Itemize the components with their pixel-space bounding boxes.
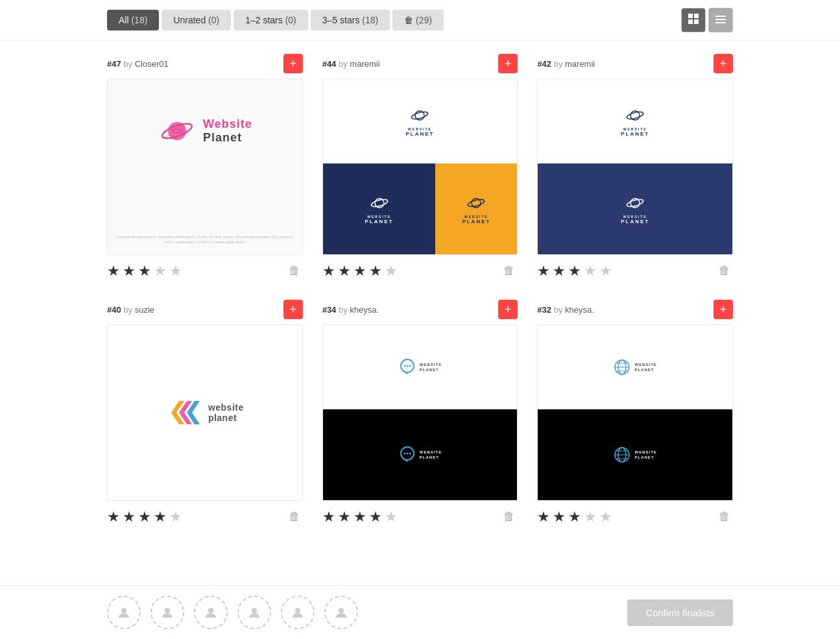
card-rating: ★ ★ ★ ★ ★ 🗑: [322, 261, 518, 280]
card-rating: ★ ★ ★ ★ ★ 🗑: [107, 507, 303, 526]
card-header: #44 by maremii +: [322, 54, 518, 73]
star-rating[interactable]: ★ ★ ★ ★ ★: [537, 509, 612, 525]
star-rating[interactable]: ★ ★ ★ ★ ★: [322, 263, 398, 280]
finalist-slot-4[interactable]: [237, 596, 271, 629]
view-controls: [681, 8, 733, 32]
star-5[interactable]: ★: [385, 263, 398, 280]
star-1[interactable]: ★: [107, 509, 120, 525]
star-3[interactable]: ★: [354, 509, 366, 525]
svg-point-30: [403, 453, 405, 455]
star-3[interactable]: ★: [568, 263, 581, 280]
star-rating[interactable]: ★ ★ ★ ★ ★: [537, 263, 612, 280]
star-4[interactable]: ★: [154, 509, 167, 525]
design-card: #34 by kheysa. +: [322, 300, 518, 526]
design-image-32: WEBSITE PLANET: [537, 324, 733, 501]
delete-button[interactable]: 🗑: [286, 507, 303, 526]
finalist-slot-5[interactable]: [281, 596, 315, 629]
finalist-slot-3[interactable]: [194, 596, 228, 629]
trash-icon: 🗑: [719, 264, 730, 277]
star-rating[interactable]: ★ ★ ★ ★ ★: [107, 509, 182, 525]
planet-svg-44-orange: [466, 193, 486, 213]
delete-button[interactable]: 🗑: [286, 261, 303, 280]
star-3[interactable]: ★: [354, 263, 366, 280]
star-4[interactable]: ★: [369, 509, 382, 525]
design-card: #32 by kheysa. +: [537, 300, 733, 526]
planet-svg-47: [158, 112, 197, 151]
user-icon: [203, 605, 219, 620]
planet-svg-42-dark: [625, 193, 645, 213]
star-5[interactable]: ★: [169, 509, 182, 525]
svg-rect-1: [694, 14, 699, 18]
star-1[interactable]: ★: [107, 263, 120, 280]
finalist-slot-2[interactable]: [150, 596, 184, 629]
card-meta: #32 by kheysa.: [537, 305, 594, 315]
bubble-svg-34-dark: [398, 446, 416, 464]
add-to-shortlist-button[interactable]: +: [498, 300, 518, 319]
star-5[interactable]: ★: [169, 263, 182, 280]
star-1[interactable]: ★: [537, 263, 550, 280]
grid-view-button[interactable]: [681, 8, 706, 32]
star-3[interactable]: ★: [568, 509, 581, 525]
svg-point-21: [626, 198, 643, 208]
svg-point-32: [409, 453, 411, 455]
design-image-34: WEBSITE PLANET: [322, 324, 518, 501]
star-5[interactable]: ★: [385, 509, 398, 525]
card-header: #34 by kheysa. +: [322, 300, 518, 319]
design-card: #44 by maremii +: [322, 54, 518, 280]
add-to-shortlist-button[interactable]: +: [283, 300, 303, 319]
card-meta: #42 by maremii: [537, 59, 595, 69]
content-area: #47 by Closer01 +: [0, 41, 840, 585]
svg-point-31: [406, 453, 408, 455]
delete-button[interactable]: 🗑: [716, 507, 733, 526]
finalist-slot-6[interactable]: [324, 596, 358, 629]
delete-button[interactable]: 🗑: [501, 261, 518, 280]
star-2[interactable]: ★: [338, 509, 351, 525]
svg-rect-6: [715, 22, 726, 23]
add-to-shortlist-button[interactable]: +: [498, 54, 518, 73]
svg-point-47: [295, 608, 300, 613]
finalist-slot-1[interactable]: [107, 596, 141, 629]
add-to-shortlist-button[interactable]: +: [714, 300, 733, 319]
star-1[interactable]: ★: [537, 509, 550, 525]
star-rating[interactable]: ★ ★ ★ ★ ★: [107, 263, 182, 280]
star-2[interactable]: ★: [553, 509, 566, 525]
user-icon: [116, 605, 132, 620]
confirm-finalists-button[interactable]: Confirm finalists: [627, 599, 733, 626]
add-to-shortlist-button[interactable]: +: [714, 54, 733, 73]
star-4[interactable]: ★: [584, 263, 597, 280]
filter-tabs: All (18) Unrated (0) 1–2 stars (0) 3–5 s…: [107, 10, 677, 30]
star-5[interactable]: ★: [599, 263, 612, 280]
tab-unrated[interactable]: Unrated (0): [162, 10, 231, 30]
star-1[interactable]: ★: [322, 509, 335, 525]
design-grid: #47 by Closer01 +: [107, 54, 733, 526]
filter-bar: All (18) Unrated (0) 1–2 stars (0) 3–5 s…: [0, 0, 840, 41]
star-5[interactable]: ★: [599, 509, 612, 525]
delete-button[interactable]: 🗑: [501, 507, 518, 526]
list-view-button[interactable]: [708, 8, 733, 32]
user-icon: [246, 605, 262, 620]
svg-point-15: [370, 198, 388, 208]
tab-1-2-stars[interactable]: 1–2 stars (0): [234, 10, 308, 30]
diamond-svg-32-light: [613, 358, 631, 376]
star-3[interactable]: ★: [138, 263, 151, 280]
design-image-44: WEBSITE PLANET: [322, 78, 518, 255]
tab-deleted[interactable]: 🗑 (29): [392, 10, 444, 30]
svg-point-27: [406, 365, 408, 367]
star-rating[interactable]: ★ ★ ★ ★ ★: [322, 509, 398, 525]
star-2[interactable]: ★: [123, 509, 136, 525]
star-2[interactable]: ★: [338, 263, 351, 280]
delete-button[interactable]: 🗑: [716, 261, 733, 280]
list-icon: [715, 14, 726, 26]
star-2[interactable]: ★: [553, 263, 566, 280]
trash-icon: 🗑: [719, 510, 730, 523]
add-to-shortlist-button[interactable]: +: [283, 54, 303, 73]
planet-svg-44-dark: [370, 193, 389, 213]
star-2[interactable]: ★: [123, 263, 136, 280]
star-4[interactable]: ★: [584, 509, 597, 525]
star-3[interactable]: ★: [138, 509, 151, 525]
star-1[interactable]: ★: [322, 263, 335, 280]
tab-all[interactable]: All (18): [107, 10, 159, 30]
star-4[interactable]: ★: [154, 263, 167, 280]
tab-3-5-stars[interactable]: 3–5 stars (18): [311, 10, 390, 30]
star-4[interactable]: ★: [369, 263, 382, 280]
